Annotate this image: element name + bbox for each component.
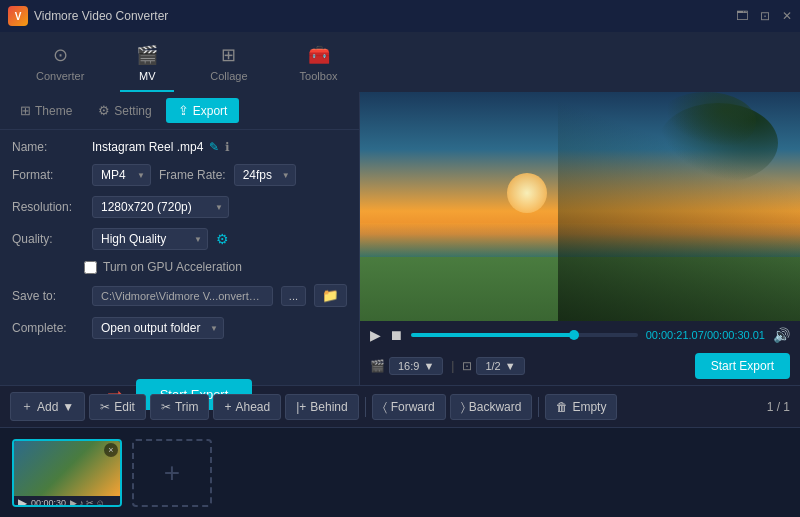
right-panel: ▶ ⏹ 00:00:21.07/00:00:30.01 🔊 🎬 16:9 ▼ |	[360, 92, 800, 385]
progress-bar[interactable]	[411, 333, 638, 337]
resolution-select[interactable]: 1280x720 (720p) 1920x1080 (1080p)	[92, 196, 229, 218]
backward-button[interactable]: 〉 Backward	[450, 394, 533, 420]
backward-label: Backward	[469, 400, 522, 414]
edit-button[interactable]: ✂ Edit	[89, 394, 146, 420]
format-select[interactable]: MP4 MKV AVI	[92, 164, 151, 186]
collage-icon: ⊞	[221, 44, 236, 66]
open-folder-btn[interactable]: 📁	[314, 284, 347, 307]
timeline-clip: × ▶ 00:00:30 ▶ ♪ ✂ ☺	[12, 439, 122, 507]
close-icon[interactable]: ✕	[782, 9, 792, 23]
aspect-ratio-wrap: 🎬 16:9 ▼ | ⊡ 1/2 ▼	[370, 357, 525, 375]
export-label: Export	[193, 104, 228, 118]
nav-tabs: ⊙ Converter 🎬 MV ⊞ Collage 🧰 Toolbox	[0, 32, 800, 92]
ahead-label: Ahead	[236, 400, 271, 414]
minimize-icon[interactable]: 🗔	[736, 9, 748, 23]
clip-timestamp: 00:00:30	[31, 498, 66, 507]
subtab-theme[interactable]: ⊞ Theme	[8, 98, 84, 123]
aspect-ratio-value: 16:9	[398, 360, 419, 372]
quality-label: Quality:	[12, 232, 84, 246]
scale-btn[interactable]: 1/2 ▼	[476, 357, 524, 375]
video-controls-2: 🎬 16:9 ▼ | ⊡ 1/2 ▼ Start Export	[360, 349, 800, 385]
empty-button[interactable]: 🗑 Empty	[545, 394, 617, 420]
browse-dots-btn[interactable]: ...	[281, 286, 306, 306]
frame-rate-row: Frame Rate: 24fps 30fps 60fps	[159, 164, 296, 186]
ahead-button[interactable]: + Ahead	[213, 394, 281, 420]
empty-icon: 🗑	[556, 400, 568, 414]
titlebar: V Vidmore Video Converter 🗔 ⊡ ✕	[0, 0, 800, 32]
setting-label: Setting	[114, 104, 151, 118]
frame-rate-select[interactable]: 24fps 30fps 60fps	[234, 164, 296, 186]
export-icon: ⇪	[178, 103, 189, 118]
page-indicator: 1 / 1	[767, 400, 790, 414]
gpu-row: Turn on GPU Acceleration	[12, 260, 347, 274]
format-label: Format:	[12, 168, 84, 182]
format-row: Format: MP4 MKV AVI Frame Rate: 24fps 30…	[12, 164, 347, 186]
mv-label: MV	[139, 70, 156, 82]
tab-mv[interactable]: 🎬 MV	[120, 36, 174, 92]
forward-icon: 〈	[383, 400, 387, 414]
trim-button[interactable]: ✂ Trim	[150, 394, 210, 420]
edit-icon: ✂	[100, 400, 110, 414]
scale-icon: ⊡	[462, 359, 472, 373]
add-clip-button[interactable]: +	[132, 439, 212, 507]
save-path: C:\Vidmore\Vidmore V...onverter\MV Expor…	[92, 286, 273, 306]
pause-btn[interactable]: ⏹	[389, 327, 403, 343]
add-icon: ＋	[21, 398, 33, 415]
play-btn[interactable]: ▶	[370, 327, 381, 343]
quality-select[interactable]: High Quality Medium Quality	[92, 228, 208, 250]
clip-time-bar: ▶ 00:00:30 ▶ ♪ ✂ ☺	[14, 496, 120, 507]
titlebar-controls: 🗔 ⊡ ✕	[736, 9, 792, 23]
forward-label: Forward	[391, 400, 435, 414]
trim-label: Trim	[175, 400, 199, 414]
resolution-label: Resolution:	[12, 200, 84, 214]
complete-select[interactable]: Open output folder Do nothing	[92, 317, 224, 339]
resolution-select-wrap[interactable]: 1280x720 (720p) 1920x1080 (1080p)	[92, 196, 229, 218]
quality-select-wrap[interactable]: High Quality Medium Quality	[92, 228, 208, 250]
clip-cut-icon: ✂	[86, 498, 94, 507]
behind-button[interactable]: |+ Behind	[285, 394, 359, 420]
subtab-export[interactable]: ⇪ Export	[166, 98, 240, 123]
forward-button[interactable]: 〈 Forward	[372, 394, 446, 420]
gpu-checkbox[interactable]	[84, 261, 97, 274]
volume-icon[interactable]: 🔊	[773, 327, 790, 343]
tab-toolbox[interactable]: 🧰 Toolbox	[284, 36, 354, 92]
clip-close-btn[interactable]: ×	[104, 443, 118, 457]
app-icon: V	[8, 6, 28, 26]
frame-rate-select-wrap[interactable]: 24fps 30fps 60fps	[234, 164, 296, 186]
info-icon[interactable]: ℹ	[225, 140, 230, 154]
video-preview	[360, 92, 800, 321]
timeline: × ▶ 00:00:30 ▶ ♪ ✂ ☺ +	[0, 427, 800, 517]
clip-volume-icon: ♪	[79, 498, 84, 507]
divider	[365, 397, 366, 417]
aspect-ratio-btn[interactable]: 16:9 ▼	[389, 357, 443, 375]
edit-label: Edit	[114, 400, 135, 414]
clip-smile-icon: ☺	[96, 498, 105, 507]
behind-icon: |+	[296, 400, 306, 414]
format-select-wrap[interactable]: MP4 MKV AVI	[92, 164, 151, 186]
toolbox-icon: 🧰	[308, 44, 330, 66]
tab-collage[interactable]: ⊞ Collage	[194, 36, 263, 92]
theme-icon: ⊞	[20, 103, 31, 118]
setting-icon: ⚙	[98, 103, 110, 118]
quality-gear-icon[interactable]: ⚙	[216, 231, 229, 247]
edit-name-icon[interactable]: ✎	[209, 140, 219, 154]
maximize-icon[interactable]: ⊡	[760, 9, 770, 23]
theme-label: Theme	[35, 104, 72, 118]
subtab-setting[interactable]: ⚙ Setting	[86, 98, 163, 123]
start-export-right-button[interactable]: Start Export	[695, 353, 790, 379]
complete-select-wrap[interactable]: Open output folder Do nothing	[92, 317, 224, 339]
current-time: 00:00:21.07	[646, 329, 704, 341]
gpu-label: Turn on GPU Acceleration	[103, 260, 242, 274]
toolbox-label: Toolbox	[300, 70, 338, 82]
converter-icon: ⊙	[53, 44, 68, 66]
name-value-wrap: Instagram Reel .mp4 ✎ ℹ	[92, 140, 347, 154]
time-display: 00:00:21.07/00:00:30.01	[646, 329, 765, 341]
trim-icon: ✂	[161, 400, 171, 414]
mv-icon: 🎬	[136, 44, 158, 66]
ahead-icon: +	[224, 400, 231, 414]
add-button[interactable]: ＋ Add ▼	[10, 392, 85, 421]
save-label: Save to:	[12, 289, 84, 303]
tab-converter[interactable]: ⊙ Converter	[20, 36, 100, 92]
left-panel: ⊞ Theme ⚙ Setting ⇪ Export Name: Instagr…	[0, 92, 360, 385]
behind-label: Behind	[310, 400, 347, 414]
